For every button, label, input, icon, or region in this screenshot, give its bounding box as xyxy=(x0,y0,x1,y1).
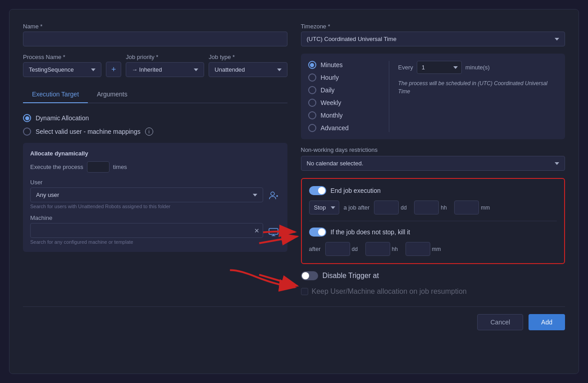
schedule-inner: Minutes Hourly Daily Weekly xyxy=(308,61,558,132)
advanced-label: Advanced xyxy=(321,124,349,132)
modal-footer: Cancel Add xyxy=(23,306,565,330)
end-job-toggle[interactable] xyxy=(309,186,326,195)
machine-group: Machine Finance ✕ xyxy=(30,214,280,245)
hourly-label: Hourly xyxy=(321,74,339,81)
keep-allocation-checkbox[interactable] xyxy=(301,288,308,295)
svg-rect-4 xyxy=(269,228,278,234)
job-type-select[interactable]: Unattended xyxy=(209,62,287,77)
tab-arguments[interactable]: Arguments xyxy=(88,86,137,103)
select-valid-user-label: Select valid user - machine mappings xyxy=(36,128,141,135)
end-job-toggle-row: End job execution xyxy=(309,186,557,195)
dynamic-allocation-label: Dynamic Allocation xyxy=(36,114,89,122)
timezone-group: Timezone * (UTC) Coordinated Universal T… xyxy=(301,23,565,46)
weekly-radio-circle xyxy=(308,99,316,107)
end-job-hh-input[interactable]: 0 xyxy=(414,201,439,214)
disable-trigger-label: Disable Trigger at xyxy=(323,272,379,280)
execute-times-suffix: times xyxy=(113,164,127,170)
job-priority-select[interactable]: → Inherited xyxy=(126,62,204,77)
disable-trigger-toggle[interactable] xyxy=(301,271,318,280)
schedule-hourly-radio[interactable]: Hourly xyxy=(308,73,382,82)
end-job-divider xyxy=(309,221,557,221)
daily-label: Daily xyxy=(321,87,335,94)
kill-job-toggle[interactable] xyxy=(309,228,326,237)
every-value-select[interactable]: 1 xyxy=(417,61,462,74)
schedule-config-col: Every 1 minute(s) The process will be sc… xyxy=(389,61,558,132)
end-job-mm-input[interactable]: 10 xyxy=(454,201,479,214)
after-label: a job after xyxy=(344,204,370,211)
main-modal: Name * Relocation Expense Approval Proce… xyxy=(9,9,579,374)
dynamic-allocation-radio[interactable]: Dynamic Allocation xyxy=(23,114,287,122)
kill-mm-input[interactable]: 20 xyxy=(406,242,430,256)
name-field-group: Name * Relocation Expense Approval xyxy=(23,23,287,46)
process-name-label: Process Name * xyxy=(23,54,101,60)
kill-job-toggle-row: If the job does not stop, kill it xyxy=(309,228,557,237)
end-job-hh-group: 0 hh xyxy=(414,201,450,214)
every-unit: minute(s) xyxy=(465,64,490,71)
every-select-wrap: 1 xyxy=(417,61,462,74)
user-hint: Search for users with Unattended Robots … xyxy=(30,204,280,209)
tabs: Execution Target Arguments xyxy=(23,86,287,103)
stop-row: Stop a job after 0 dd 0 hh 10 mm xyxy=(309,201,557,214)
end-job-dd-input[interactable]: 0 xyxy=(374,201,399,214)
kill-hh-group: 0 hh xyxy=(365,242,401,256)
kill-row: after 0 dd 0 hh 20 mm xyxy=(309,242,557,256)
minutes-label: Minutes xyxy=(321,61,343,68)
non-working-select[interactable]: No calendar selected. xyxy=(301,156,565,171)
add-process-button[interactable]: + xyxy=(106,62,121,77)
machine-hint: Search for any configured machine or tem… xyxy=(30,239,280,245)
user-select[interactable]: Any user xyxy=(30,187,263,202)
kill-dd-input[interactable]: 0 xyxy=(325,242,350,256)
end-job-hh-unit: hh xyxy=(441,205,450,211)
kill-mm-unit: mm xyxy=(432,246,441,252)
end-job-title: End job execution xyxy=(331,187,381,194)
machine-row: Finance ✕ xyxy=(30,223,280,238)
allocate-section: Allocate dynamically Execute the process… xyxy=(23,143,287,252)
end-job-mm-unit: mm xyxy=(481,205,490,211)
cancel-button[interactable]: Cancel xyxy=(477,314,523,330)
schedule-daily-radio[interactable]: Daily xyxy=(308,86,382,94)
schedule-minutes-radio[interactable]: Minutes xyxy=(308,61,382,69)
add-button[interactable]: Add xyxy=(529,314,565,330)
process-select-wrap: TestingSequence xyxy=(23,62,101,77)
select-valid-user-radio[interactable]: Select valid user - machine mappings i xyxy=(23,128,287,136)
allocation-radio-group: Dynamic Allocation Select valid user - m… xyxy=(23,114,287,136)
schedule-section: Minutes Hourly Daily Weekly xyxy=(301,54,565,139)
execute-times-input[interactable]: 1 xyxy=(87,161,109,173)
process-name-group: Process Name * TestingSequence xyxy=(23,54,101,77)
user-group: User Any user xyxy=(30,179,280,209)
schedule-weekly-radio[interactable]: Weekly xyxy=(308,99,382,107)
execute-row: Execute the process 1 times xyxy=(30,161,280,173)
tab-execution-target[interactable]: Execution Target xyxy=(23,86,88,103)
execute-label: Execute the process xyxy=(30,164,83,170)
machine-input[interactable]: Finance xyxy=(30,223,263,238)
modal-content: Name * Relocation Expense Approval Proce… xyxy=(23,23,565,296)
kill-dd-unit: dd xyxy=(352,246,361,252)
machine-input-wrap: Finance ✕ xyxy=(30,223,263,238)
add-user-button[interactable] xyxy=(267,189,280,202)
kill-hh-input[interactable]: 0 xyxy=(365,242,390,256)
timezone-label: Timezone * xyxy=(301,23,565,30)
monitor-icon xyxy=(269,228,278,236)
timezone-select[interactable]: (UTC) Coordinated Universal Time xyxy=(301,32,565,46)
left-column: Name * Relocation Expense Approval Proce… xyxy=(23,23,287,296)
user-select-wrap: Any user xyxy=(30,187,263,202)
monthly-label: Monthly xyxy=(321,112,343,119)
stop-select[interactable]: Stop xyxy=(309,201,339,214)
schedule-monthly-radio[interactable]: Monthly xyxy=(308,111,382,119)
machine-icon-button[interactable] xyxy=(267,226,280,238)
right-column: Timezone * (UTC) Coordinated Universal T… xyxy=(301,23,565,296)
info-icon[interactable]: i xyxy=(145,128,153,136)
svg-point-1 xyxy=(271,192,274,196)
name-label: Name * xyxy=(23,23,287,30)
end-job-dd-unit: dd xyxy=(401,205,410,211)
name-input[interactable]: Relocation Expense Approval xyxy=(23,32,287,46)
machine-clear-button[interactable]: ✕ xyxy=(254,227,260,234)
user-row: Any user xyxy=(30,187,280,202)
schedule-advanced-radio[interactable]: Advanced xyxy=(308,124,382,132)
job-type-group: Job type * Unattended xyxy=(209,54,287,77)
kill-dd-group: 0 dd xyxy=(325,242,361,256)
process-select[interactable]: TestingSequence xyxy=(23,62,101,77)
advanced-radio-circle xyxy=(308,124,316,132)
add-user-icon xyxy=(269,191,278,201)
minutes-radio-circle xyxy=(308,61,316,69)
